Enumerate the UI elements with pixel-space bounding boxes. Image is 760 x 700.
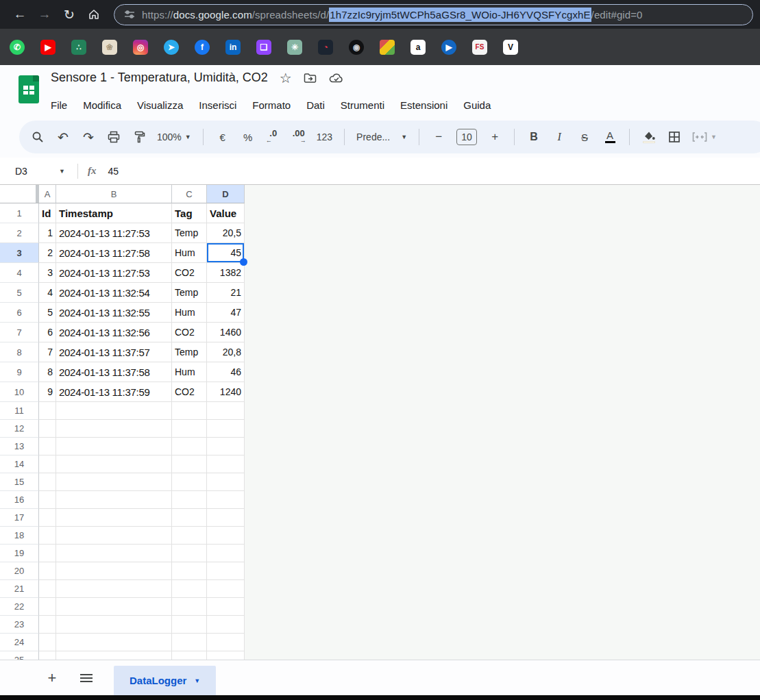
- cell-D13[interactable]: [207, 438, 245, 455]
- site-settings-icon[interactable]: [124, 10, 135, 19]
- bookmark-badge-app-icon[interactable]: ◉: [349, 40, 364, 55]
- italic-button[interactable]: I: [552, 127, 567, 147]
- font-select[interactable]: Prede...▼: [356, 127, 407, 147]
- cell-B10[interactable]: 2024-01-13 11:37:59: [56, 382, 172, 402]
- select-all-corner[interactable]: [0, 185, 39, 203]
- move-to-folder-icon[interactable]: [304, 73, 317, 84]
- row-header-14[interactable]: 14: [0, 455, 39, 473]
- row-header-12[interactable]: 12: [0, 420, 39, 438]
- cell-D3[interactable]: 45: [207, 243, 245, 263]
- cell-A25[interactable]: [39, 651, 56, 660]
- cell-D15[interactable]: [207, 473, 245, 491]
- forward-icon[interactable]: →: [34, 4, 55, 25]
- strikethrough-button[interactable]: S: [577, 127, 592, 147]
- undo-icon[interactable]: ↶: [56, 127, 71, 147]
- cell-D14[interactable]: [207, 455, 245, 473]
- row-header-23[interactable]: 23: [0, 616, 39, 634]
- cell-A6[interactable]: 5: [39, 303, 56, 323]
- menu-modifica[interactable]: Modifica: [83, 99, 121, 111]
- sheet-tab-datalogger[interactable]: DataLogger▼: [114, 666, 216, 695]
- cell-B19[interactable]: [56, 545, 172, 562]
- star-icon[interactable]: ☆: [280, 71, 292, 85]
- bookmark-facebook-icon[interactable]: f: [195, 40, 210, 55]
- formula-input[interactable]: 45: [108, 166, 119, 177]
- row-header-21[interactable]: 21: [0, 580, 39, 598]
- menu-dati[interactable]: Dati: [306, 99, 325, 111]
- cell-D1[interactable]: Value: [207, 203, 245, 223]
- cell-A14[interactable]: [39, 455, 56, 473]
- cell-B13[interactable]: [56, 438, 172, 455]
- reload-icon[interactable]: ↻: [59, 4, 79, 25]
- cell-C18[interactable]: [172, 527, 207, 545]
- cell-B2[interactable]: 2024-01-13 11:27:53: [56, 223, 172, 243]
- cell-C10[interactable]: CO2: [172, 382, 207, 402]
- add-sheet-button[interactable]: +: [42, 668, 62, 688]
- cell-D7[interactable]: 1460: [207, 323, 245, 342]
- home-icon[interactable]: [84, 4, 104, 25]
- cell-A15[interactable]: [39, 473, 56, 491]
- bookmark-telegram-icon[interactable]: ➤: [164, 40, 179, 55]
- row-header-8[interactable]: 8: [0, 342, 39, 362]
- row-header-25[interactable]: 25: [0, 651, 39, 660]
- bookmark-shell-icon[interactable]: ❀: [102, 40, 117, 55]
- cell-A8[interactable]: 7: [39, 342, 56, 362]
- menu-inserisci[interactable]: Inserisci: [199, 99, 236, 111]
- cell-D21[interactable]: [207, 580, 245, 598]
- menu-visualizza[interactable]: Visualizza: [137, 99, 183, 111]
- cell-C17[interactable]: [172, 509, 207, 527]
- row-header-20[interactable]: 20: [0, 562, 39, 580]
- row-header-4[interactable]: 4: [0, 263, 39, 283]
- cell-D6[interactable]: 47: [207, 303, 245, 323]
- cell-A11[interactable]: [39, 402, 56, 420]
- cell-D23[interactable]: [207, 616, 245, 634]
- cell-D22[interactable]: [207, 598, 245, 616]
- row-header-24[interactable]: 24: [0, 634, 39, 651]
- bookmark-trenitalia-icon[interactable]: FS: [472, 40, 487, 55]
- col-header-A[interactable]: A: [39, 185, 56, 203]
- cell-C22[interactable]: [172, 598, 207, 616]
- decrease-font-size-button[interactable]: −: [431, 127, 446, 147]
- cell-A12[interactable]: [39, 420, 56, 438]
- cell-A7[interactable]: 6: [39, 323, 56, 342]
- row-header-2[interactable]: 2: [0, 223, 39, 243]
- cell-B6[interactable]: 2024-01-13 11:32:55: [56, 303, 172, 323]
- cell-C23[interactable]: [172, 616, 207, 634]
- cell-B9[interactable]: 2024-01-13 11:37:58: [56, 362, 172, 382]
- row-header-11[interactable]: 11: [0, 402, 39, 420]
- cell-D10[interactable]: 1240: [207, 382, 245, 402]
- cell-B24[interactable]: [56, 634, 172, 651]
- cell-D11[interactable]: [207, 402, 245, 420]
- cell-D20[interactable]: [207, 562, 245, 580]
- cell-D25[interactable]: [207, 651, 245, 660]
- percent-format-button[interactable]: %: [241, 127, 256, 147]
- row-header-15[interactable]: 15: [0, 473, 39, 491]
- all-sheets-menu-icon[interactable]: [77, 668, 96, 688]
- number-format-button[interactable]: 123: [317, 127, 332, 147]
- cell-A20[interactable]: [39, 562, 56, 580]
- col-header-C[interactable]: C: [172, 185, 207, 203]
- cell-B14[interactable]: [56, 455, 172, 473]
- row-header-9[interactable]: 9: [0, 362, 39, 382]
- row-header-3[interactable]: 3: [0, 243, 39, 263]
- row-header-10[interactable]: 10: [0, 382, 39, 402]
- zoom-select[interactable]: 100%▼: [157, 127, 191, 147]
- cell-B15[interactable]: [56, 473, 172, 491]
- currency-format-button[interactable]: €: [215, 127, 230, 147]
- cell-B5[interactable]: 2024-01-13 11:32:54: [56, 283, 172, 303]
- paint-format-icon[interactable]: [132, 127, 147, 147]
- cell-C6[interactable]: Hum: [172, 303, 207, 323]
- cell-B21[interactable]: [56, 580, 172, 598]
- cell-C24[interactable]: [172, 634, 207, 651]
- cell-C19[interactable]: [172, 545, 207, 562]
- cell-A5[interactable]: 4: [39, 283, 56, 303]
- cell-B20[interactable]: [56, 562, 172, 580]
- col-header-D[interactable]: D: [207, 185, 245, 203]
- bold-button[interactable]: B: [526, 127, 541, 147]
- cell-A3[interactable]: 2: [39, 243, 56, 263]
- bookmark-instagram-icon[interactable]: ◎: [133, 40, 148, 55]
- menu-strumenti[interactable]: Strumenti: [341, 99, 384, 111]
- cell-C21[interactable]: [172, 580, 207, 598]
- bookmark-whatsapp-icon[interactable]: ✆: [10, 40, 25, 55]
- cell-A18[interactable]: [39, 527, 56, 545]
- cell-D12[interactable]: [207, 420, 245, 438]
